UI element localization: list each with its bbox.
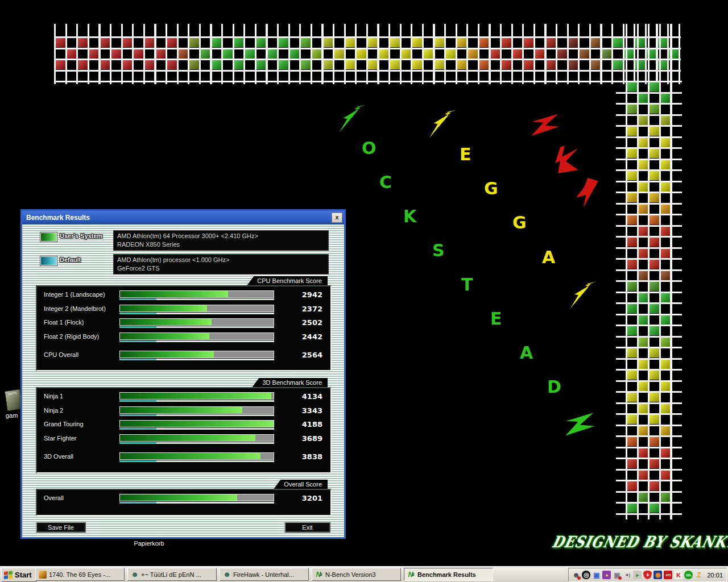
signal-icon[interactable]: ◉ bbox=[653, 571, 662, 579]
grid-cell bbox=[257, 38, 266, 47]
grid-cell bbox=[650, 393, 659, 402]
recycle-bin-label[interactable]: Papierkorb bbox=[126, 540, 172, 547]
close-icon[interactable]: x bbox=[332, 213, 342, 223]
grid-cell bbox=[661, 382, 670, 391]
grid-line bbox=[616, 236, 682, 238]
grid-line bbox=[616, 247, 682, 249]
dsl-icon[interactable]: DSL bbox=[684, 571, 693, 579]
grid-line bbox=[616, 402, 682, 404]
grid-cell bbox=[661, 182, 670, 192]
taskbar-task-5[interactable]: N3Benchmark Results bbox=[404, 568, 493, 581]
grid-line bbox=[522, 24, 524, 84]
grid-cell bbox=[390, 60, 399, 69]
grid-line bbox=[616, 181, 682, 182]
benchmark-row: Ninja 23343 bbox=[37, 405, 330, 419]
default-marker-line bbox=[119, 442, 274, 444]
grid-cell bbox=[627, 282, 636, 291]
grid-line bbox=[616, 469, 682, 471]
lightning-bolt-reggae bbox=[428, 109, 457, 139]
grid-line bbox=[54, 81, 681, 82]
default-marker-line bbox=[119, 340, 274, 342]
network-places-icon[interactable]: ▣ bbox=[592, 571, 601, 579]
shield-icon[interactable]: + bbox=[643, 571, 652, 579]
grid-cell bbox=[661, 404, 670, 413]
volume-icon[interactable]: ◄) bbox=[623, 571, 631, 579]
grid-cell bbox=[650, 481, 659, 490]
grid-cell bbox=[661, 116, 670, 125]
grid-cell bbox=[627, 171, 636, 180]
grid-line bbox=[54, 70, 681, 72]
grid-cell bbox=[435, 60, 444, 69]
grid-cell bbox=[661, 249, 670, 258]
grid-cell bbox=[650, 504, 659, 513]
grid-line bbox=[616, 159, 682, 160]
clock[interactable]: 20:01 bbox=[707, 572, 723, 579]
lightning-bolt-rocksteady bbox=[565, 411, 597, 443]
wallpaper-letter-reggae: E bbox=[460, 146, 471, 163]
grid-line bbox=[616, 380, 682, 382]
grid-cell bbox=[346, 38, 355, 47]
overall-section-header: Overall Score bbox=[274, 480, 328, 489]
grid-cell bbox=[368, 38, 377, 47]
grid-cell bbox=[524, 38, 533, 47]
taskbar-task-1[interactable]: 1740. The 69 Eyes -... bbox=[35, 568, 125, 581]
grid-cell bbox=[639, 271, 648, 280]
grid-cell bbox=[650, 304, 659, 313]
wallpaper-letter-rocksteady: D bbox=[547, 379, 561, 396]
grid-cell bbox=[627, 193, 636, 202]
grid-cell bbox=[502, 38, 511, 47]
user-status-icon[interactable]: ☻ bbox=[572, 571, 580, 579]
grid-cell bbox=[412, 60, 421, 69]
steam-icon[interactable]: ◎ bbox=[582, 571, 590, 579]
benchmark-label: Ninja 2 bbox=[44, 407, 63, 414]
start-button[interactable]: Start bbox=[1, 568, 36, 582]
grid-cell bbox=[627, 348, 636, 357]
grid-cell bbox=[591, 60, 600, 69]
grid-cell bbox=[78, 60, 87, 69]
benchmark-row: 3D Overall3838 bbox=[37, 451, 330, 465]
lightning-icon[interactable]: Z bbox=[694, 571, 703, 579]
grid-line bbox=[210, 24, 212, 84]
grid-cell bbox=[639, 138, 648, 147]
taskbar-task-4[interactable]: N3N-Bench Version3 bbox=[312, 568, 401, 581]
default-marker-line bbox=[119, 326, 274, 328]
grid-cell bbox=[661, 426, 670, 435]
grid-line bbox=[616, 369, 682, 371]
ati-icon[interactable]: ATI bbox=[664, 571, 672, 579]
cpu-line: AMD Athlon(tm) processor <1.000 GHz> bbox=[117, 256, 325, 264]
usb-eject-icon[interactable]: ► bbox=[633, 571, 642, 579]
taskbar-task-3[interactable]: ☻FireHawk - Unterhal... bbox=[220, 568, 309, 581]
grid-cell bbox=[627, 304, 636, 313]
taskbar-task-2[interactable]: ☻+~ TüütLi dE pEnN ... bbox=[127, 568, 217, 581]
chat-person-icon: ☻ bbox=[223, 571, 231, 579]
grid-cell bbox=[639, 315, 648, 325]
grid-cell bbox=[101, 38, 110, 47]
antivirus-k-icon[interactable]: K bbox=[674, 571, 682, 579]
window-titlebar[interactable]: Benchmark Results x bbox=[22, 211, 344, 225]
default-system-label: Default bbox=[60, 256, 81, 263]
grid-cell bbox=[627, 481, 636, 490]
wallpaper-letter-reggae: A bbox=[542, 249, 555, 266]
grid-line bbox=[616, 292, 682, 293]
grid-cell bbox=[650, 215, 659, 225]
grid-cell bbox=[650, 127, 659, 136]
window-title: Benchmark Results bbox=[22, 214, 332, 222]
grid-cell bbox=[156, 49, 166, 59]
grid-cell bbox=[78, 38, 87, 47]
grid-cell bbox=[661, 493, 670, 502]
grid-line bbox=[616, 413, 682, 415]
exit-button[interactable]: Exit bbox=[284, 522, 330, 533]
grid-cell bbox=[145, 60, 154, 69]
save-file-button[interactable]: Save File bbox=[36, 522, 86, 533]
chat-person-icon: ☻ bbox=[131, 571, 139, 579]
gpu-line: RADEON X850 Series bbox=[117, 240, 325, 249]
grid-cell bbox=[639, 404, 648, 413]
benchmark-value: 4134 bbox=[283, 392, 322, 401]
grid-cell bbox=[661, 315, 670, 325]
benchmark-value: 2942 bbox=[283, 290, 322, 299]
grid-cell bbox=[639, 227, 648, 236]
benchmark-bar bbox=[119, 434, 274, 442]
warning-monitor-icon[interactable]: ▲ bbox=[602, 571, 611, 579]
network-error-icon[interactable]: ▣ bbox=[613, 571, 621, 579]
benchmark-label: Integer 2 (Mandelbrot) bbox=[44, 305, 106, 312]
